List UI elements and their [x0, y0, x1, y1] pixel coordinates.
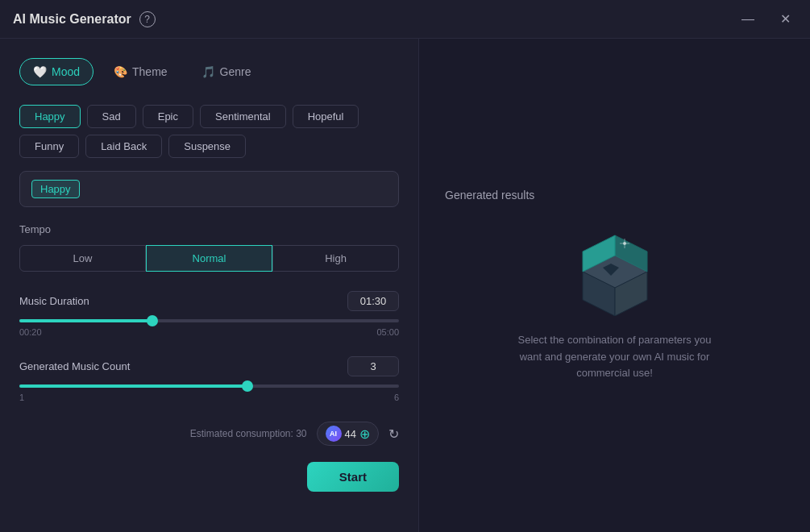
- music-count-slider[interactable]: [19, 384, 399, 388]
- title-bar-controls: — ✕: [735, 8, 797, 30]
- credits-badge: AI 44 ⊕: [317, 422, 379, 446]
- genre-icon: 🎵: [201, 65, 215, 78]
- tab-bar: 🤍 Mood 🎨 Theme 🎵 Genre: [19, 58, 399, 85]
- tab-genre[interactable]: 🎵 Genre: [188, 58, 265, 85]
- mood-grid: Happy Sad Epic Sentimental Hopeful Funny…: [19, 105, 399, 158]
- tab-mood[interactable]: 🤍 Mood: [19, 58, 93, 85]
- add-credits-icon[interactable]: ⊕: [359, 426, 370, 442]
- empty-state: Select the combination of parameters you…: [510, 227, 720, 382]
- music-count-fill: [19, 384, 247, 388]
- bottom-bar: Estimated consumption: 30 AI 44 ⊕ ↻: [19, 422, 399, 446]
- empty-state-text: Select the combination of parameters you…: [510, 332, 720, 382]
- tab-theme[interactable]: 🎨 Theme: [100, 58, 181, 85]
- music-count-max: 6: [394, 393, 399, 402]
- tab-mood-label: Mood: [52, 65, 80, 78]
- empty-box-illustration: [567, 227, 663, 316]
- music-duration-range: 00:20 05:00: [19, 327, 399, 337]
- tempo-high[interactable]: High: [272, 245, 399, 272]
- app-title: AI Music Generator: [13, 12, 131, 27]
- music-count-thumb[interactable]: [242, 380, 253, 392]
- music-duration-header: Music Duration 01:30: [19, 291, 399, 311]
- selected-tag-box: Happy: [19, 171, 399, 207]
- music-duration-section: Music Duration 01:30 00:20 05:00: [19, 291, 399, 337]
- credits-value: 44: [345, 428, 356, 440]
- mood-epic[interactable]: Epic: [143, 105, 193, 128]
- title-bar-left: AI Music Generator ?: [13, 11, 156, 27]
- right-panel: Generated results Select the combination: [419, 39, 810, 532]
- tab-theme-label: Theme: [132, 65, 168, 78]
- music-duration-slider[interactable]: [19, 319, 399, 322]
- mood-laid-back[interactable]: Laid Back: [85, 135, 162, 158]
- tempo-group: Low Normal High: [19, 245, 399, 272]
- music-duration-min: 00:20: [19, 327, 42, 337]
- mood-sad[interactable]: Sad: [87, 105, 136, 128]
- music-count-header: Generated Music Count 3: [19, 356, 399, 376]
- music-duration-value: 01:30: [347, 291, 399, 311]
- music-count-track: [19, 384, 399, 388]
- start-button[interactable]: Start: [307, 462, 399, 492]
- mood-suspense[interactable]: Suspense: [168, 135, 246, 158]
- title-bar: AI Music Generator ? — ✕: [0, 0, 810, 39]
- left-panel: 🤍 Mood 🎨 Theme 🎵 Genre Happy Sad Epic Se…: [0, 39, 419, 532]
- mood-happy[interactable]: Happy: [19, 105, 81, 128]
- mood-funny[interactable]: Funny: [19, 135, 79, 158]
- music-duration-max: 05:00: [376, 327, 399, 337]
- music-duration-track: [19, 319, 399, 322]
- minimize-button[interactable]: —: [735, 9, 761, 30]
- close-button[interactable]: ✕: [774, 8, 797, 30]
- tempo-label: Tempo: [19, 223, 399, 235]
- ai-credits-icon: AI: [326, 426, 342, 442]
- music-duration-thumb[interactable]: [147, 315, 158, 326]
- music-count-section: Generated Music Count 3 1 6: [19, 356, 399, 402]
- refresh-icon[interactable]: ↻: [388, 426, 399, 442]
- music-duration-fill: [19, 319, 152, 322]
- heart-icon: 🤍: [33, 65, 47, 78]
- tab-genre-label: Genre: [220, 65, 251, 78]
- theme-icon: 🎨: [114, 65, 127, 78]
- start-section: Start: [19, 455, 399, 492]
- music-count-label: Generated Music Count: [19, 360, 130, 372]
- generated-results-title: Generated results: [445, 189, 534, 202]
- music-count-value: 3: [347, 356, 399, 376]
- help-icon[interactable]: ?: [139, 11, 156, 27]
- mood-sentimental[interactable]: Sentimental: [200, 105, 286, 128]
- tempo-section: Tempo Low Normal High: [19, 223, 399, 272]
- consumption-text: Estimated consumption: 30: [190, 428, 307, 439]
- selected-mood-tag: Happy: [31, 180, 80, 198]
- main-content: 🤍 Mood 🎨 Theme 🎵 Genre Happy Sad Epic Se…: [0, 39, 810, 532]
- tempo-normal[interactable]: Normal: [146, 245, 272, 272]
- tempo-low[interactable]: Low: [19, 245, 146, 272]
- music-duration-label: Music Duration: [19, 295, 89, 307]
- mood-hopeful[interactable]: Hopeful: [293, 105, 359, 128]
- music-count-min: 1: [19, 393, 24, 402]
- music-count-range: 1 6: [19, 393, 399, 402]
